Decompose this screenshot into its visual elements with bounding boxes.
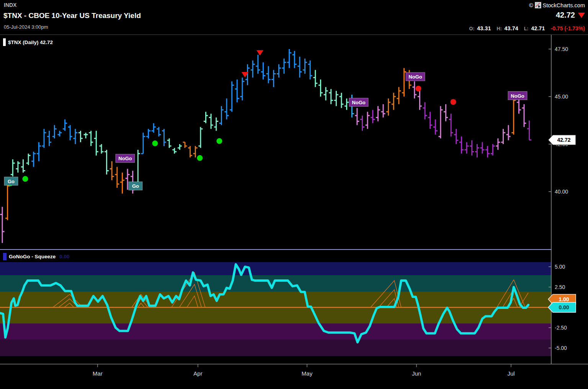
squeeze-zero-tag-text: 0.00 [559,304,569,310]
price-bar [318,79,323,97]
price-bar [52,125,57,138]
price-bar [308,61,312,80]
price-bar [402,68,406,97]
price-bar [496,138,500,150]
price-bar [355,108,359,125]
chart-canvas[interactable]: GoNoGoGoNoGoNoGoNoGoMarAprMayJunJul47.50… [0,0,588,389]
price-bar [470,140,474,156]
price-bar [78,131,83,142]
price-bar [444,104,448,121]
nogo-signal-dot [451,99,456,105]
nogo-label-text: NoGo [352,100,365,105]
price-bar [501,129,505,144]
price-bar [198,127,203,148]
price-bar [475,144,479,158]
price-bar [334,91,338,106]
price-bar [292,51,297,68]
y-axis-tick-label: 5.00 [555,264,565,270]
y-axis-tick-label: -5.00 [555,345,567,351]
price-bar [266,66,271,84]
price-bar [423,102,427,120]
price-bar [47,131,51,146]
price-bar [376,106,380,121]
squeeze-band [0,275,551,292]
price-bar [381,104,385,118]
price-bar [188,146,192,158]
price-bar [392,93,396,110]
price-bar [506,125,511,140]
price-bar [214,118,218,131]
price-bar [172,148,176,154]
price-bar [329,89,333,104]
nogo-label-text: NoGo [408,74,422,80]
squeeze-band [0,262,551,275]
countertrend-triangle-icon [256,50,263,56]
y-axis-tick-label: 2.50 [555,284,565,290]
price-bar [73,129,77,144]
price-bar [89,131,93,146]
price-bar [522,104,526,127]
squeeze-upper-tag-text: 1.00 [559,296,569,302]
stockcharts-page: { "header": { "symbol_type": "INDX", "ti… [0,0,588,389]
price-panel-legend-text: $TNX (Daily) 42.72 [8,39,53,45]
price-bar [209,114,213,129]
price-bar [527,120,531,140]
price-bar [105,150,109,174]
price-bar [371,110,375,123]
x-axis-month-label: Jun [412,370,421,377]
price-bar [397,87,401,104]
price-bar [63,120,67,131]
go-signal-dot [23,176,28,182]
price-bar [480,142,484,154]
y-axis-tick-label: -2.50 [555,325,567,331]
squeeze-panel-legend: GoNoGo - Squeeze 0.00 [3,253,70,260]
price-bar [99,144,103,154]
squeeze-legend-text: GoNoGo - Squeeze [9,254,56,259]
price-bar [256,55,260,74]
price-bar [386,98,390,116]
price-bar [152,123,156,133]
price-bar [428,112,432,129]
nogo-label-text: NoGo [118,156,132,161]
price-bar [84,133,88,138]
price-bar [178,144,182,150]
go-label-text: Go [132,183,139,189]
squeeze-legend-value: 0.00 [59,254,69,259]
price-bar [31,152,36,167]
price-bar [271,70,276,87]
price-bar [297,57,302,78]
go-label-text: Go [8,179,15,184]
price-bar [517,98,521,114]
legend-chip-icon [3,38,6,46]
price-bar [313,70,317,87]
y-axis-tick-label: 47.50 [555,46,568,52]
x-axis-month-label: Jul [507,370,514,377]
price-bar [115,167,119,188]
price-bar [225,98,229,120]
price-bar [465,142,469,154]
price-bar [11,159,15,177]
price-bar [57,131,62,136]
squeeze-band [0,323,551,340]
price-bar [94,131,98,155]
price-bar [433,120,438,135]
nogo-label-text: NoGo [511,93,524,99]
price-bar [16,161,20,173]
price-bar [42,129,46,148]
y-axis-tick-label: 45.00 [555,94,568,100]
price-panel-legend: $TNX (Daily) 42.72 [3,38,53,46]
x-axis-month-label: Apr [193,370,202,377]
price-bar [0,207,5,243]
price-bar [183,142,187,148]
price-bar [459,136,464,154]
price-bar [110,161,114,181]
panel-separator [0,249,552,250]
price-bar [37,142,41,161]
price-bar [511,97,516,135]
nogo-signal-dot [416,86,421,92]
price-bar [141,133,145,154]
price-bar [235,79,239,102]
price-bar [261,62,265,80]
price-bar [120,172,124,194]
x-axis-month-label: Mar [93,370,103,377]
